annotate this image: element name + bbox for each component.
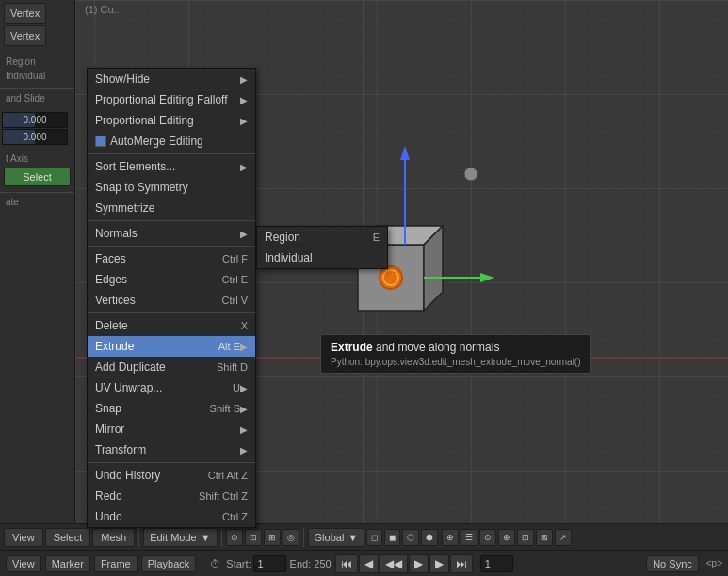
jump-start-btn[interactable]: ⏮ xyxy=(335,554,358,573)
tooltip: Extrude and move along normals Python: b… xyxy=(320,334,591,374)
menu-prop-editing[interactable]: Proportional Editing ▶ xyxy=(88,110,255,131)
play-controls: ⏮ ◀ ◀◀ ▶ ▶ ⏭ xyxy=(335,554,473,573)
extra-buttons: ⊕ ☰ ⊙ ⊕ ⊡ ⊠ ↗ xyxy=(442,529,572,546)
viewport-icon-1[interactable]: ⊙ xyxy=(226,529,243,546)
menu-transform[interactable]: Transform ▶ xyxy=(88,440,255,460)
start-frame-input[interactable] xyxy=(253,555,286,572)
menu-add-duplicate[interactable]: Add Duplicate Shift D xyxy=(88,357,255,377)
arrow-icon-snap: ▶ xyxy=(240,404,248,414)
extra-btn-5[interactable]: ⊡ xyxy=(517,529,534,546)
menu-faces[interactable]: Faces Ctrl F xyxy=(88,248,255,269)
play-reverse-btn[interactable]: ◀◀ xyxy=(380,554,408,573)
snap-shortcut: Shift S xyxy=(210,403,240,414)
redo-shortcut: Shift Ctrl Z xyxy=(199,490,248,502)
shade-btn-3[interactable]: ⬡ xyxy=(402,529,419,546)
select-menu-btn[interactable]: Select xyxy=(45,528,91,547)
extra-btn-3[interactable]: ⊙ xyxy=(479,529,496,546)
faces-shortcut: Ctrl F xyxy=(222,253,248,264)
extrude-shortcut: Alt E xyxy=(218,341,240,352)
left-panel: Vertex Vertex Region Individual and Slid… xyxy=(0,0,75,523)
arrow-icon-uv: ▶ xyxy=(240,383,248,393)
view-menu-btn[interactable]: View xyxy=(4,528,43,547)
global-arrow-icon: ▼ xyxy=(348,532,358,543)
menu-automerge[interactable]: AutoMerge Editing xyxy=(88,131,255,152)
menu-mirror[interactable]: Mirror ▶ xyxy=(88,419,255,440)
arrow-icon-transform: ▶ xyxy=(240,445,248,456)
play-btn[interactable]: ▶ xyxy=(409,554,429,573)
viewport-icon-3[interactable]: ⊞ xyxy=(264,529,281,546)
end-label: End: 250 xyxy=(290,558,332,569)
tooltip-highlight: Extrude xyxy=(331,341,373,354)
separator-h3 xyxy=(303,528,304,547)
menu-delete[interactable]: Delete X xyxy=(88,315,255,336)
undo-hist-shortcut: Ctrl Alt Z xyxy=(208,470,248,481)
prev-frame-btn[interactable]: ◀ xyxy=(359,554,379,573)
menu-extrude[interactable]: Extrude Alt E ▶ xyxy=(88,336,255,357)
menu-show-hide[interactable]: Show/Hide ▶ xyxy=(88,69,255,89)
mesh-menu-btn[interactable]: Mesh xyxy=(92,528,135,547)
shade-btn-1[interactable]: ◻ xyxy=(366,529,382,546)
automerge-checkbox xyxy=(95,136,106,147)
number-field-1[interactable]: 0.000 xyxy=(2,112,68,128)
tooltip-suffix: and move along normals xyxy=(373,341,500,354)
extra-btn-6[interactable]: ⊠ xyxy=(536,529,553,546)
tooltip-title: Extrude and move along normals xyxy=(331,341,581,354)
delete-shortcut: X xyxy=(241,320,248,331)
tooltip-python: Python: bpy.ops.view3d.edit_mesh_extrude… xyxy=(331,357,581,367)
arrow-icon-prop-falloff: ▶ xyxy=(240,95,248,105)
menu-sort-elements[interactable]: Sort Elements... ▶ xyxy=(88,156,255,177)
timeline-frame-btn[interactable]: Frame xyxy=(94,555,138,572)
menu-snap-symmetry[interactable]: Snap to Symmetry xyxy=(88,177,255,198)
submenu-individual[interactable]: Individual xyxy=(257,248,387,268)
vertex-button-2[interactable]: Vertex xyxy=(4,25,46,46)
start-frame-group: Start: xyxy=(226,555,285,572)
menu-vertices[interactable]: Vertices Ctrl V xyxy=(88,290,255,311)
uv-shortcut: U xyxy=(233,382,240,393)
tl-separator-1 xyxy=(202,555,202,572)
mode-label: Edit Mode xyxy=(150,532,197,543)
submenu-region[interactable]: Region E xyxy=(257,227,387,248)
shade-btn-2[interactable]: ◼ xyxy=(384,529,400,546)
viewport-icon-2[interactable]: ⊡ xyxy=(245,529,262,546)
next-frame-btn[interactable]: ▶ xyxy=(429,554,449,573)
select-button[interactable]: Select xyxy=(4,168,71,186)
arrow-icon-show-hide: ▶ xyxy=(240,74,248,85)
icon-buttons-group: ⊙ ⊡ ⊞ ◎ xyxy=(226,529,299,546)
global-dropdown[interactable]: Global ▼ xyxy=(308,528,365,547)
separator-4 xyxy=(88,312,255,313)
menu-undo-history[interactable]: Undo History Ctrl Alt Z xyxy=(88,465,255,486)
timeline-marker-btn[interactable]: Marker xyxy=(45,555,90,572)
separator-1 xyxy=(88,153,255,154)
vertex-button-1[interactable]: Vertex xyxy=(4,3,46,24)
menu-snap[interactable]: Snap Shift S ▶ xyxy=(88,398,255,419)
separator-3 xyxy=(88,246,255,247)
extra-btn-4[interactable]: ⊕ xyxy=(498,529,515,546)
timeline-icon: ⏱ xyxy=(210,558,220,569)
menu-redo[interactable]: Redo Shift Ctrl Z xyxy=(88,486,255,506)
menu-uv-unwrap[interactable]: UV Unwrap... U ▶ xyxy=(88,377,255,398)
menu-undo[interactable]: Undo Ctrl Z xyxy=(88,506,255,527)
menu-symmetrize[interactable]: Symmetrize xyxy=(88,198,255,218)
mode-dropdown[interactable]: Edit Mode ▼ xyxy=(143,528,217,547)
timeline-playback-btn[interactable]: Playback xyxy=(141,555,197,572)
python-indicator: <p> xyxy=(706,558,722,568)
extra-btn-7[interactable]: ↗ xyxy=(555,529,572,546)
menu-edges[interactable]: Edges Ctrl E xyxy=(88,269,255,290)
region-shortcut: E xyxy=(373,232,380,243)
extra-btn-1[interactable]: ⊕ xyxy=(442,529,459,546)
shade-buttons: ◻ ◼ ⬡ ⬢ xyxy=(366,529,438,546)
extrude-submenu: Region E Individual xyxy=(256,226,388,269)
viewport-icon-4[interactable]: ◎ xyxy=(283,529,299,546)
current-frame-input[interactable] xyxy=(480,555,513,572)
shade-btn-4[interactable]: ⬢ xyxy=(421,529,438,546)
number-field-2[interactable]: 0.000 xyxy=(2,129,68,145)
extra-btn-2[interactable]: ☰ xyxy=(461,529,477,546)
menu-prop-falloff[interactable]: Proportional Editing Falloff ▶ xyxy=(88,89,255,110)
timeline-bar: View Marker Frame Playback ⏱ Start: End:… xyxy=(0,550,728,576)
individual-label: Individual xyxy=(2,69,73,83)
menu-normals[interactable]: Normals ▶ xyxy=(88,223,255,244)
no-sync-btn[interactable]: No Sync xyxy=(646,555,699,572)
separator-2 xyxy=(88,220,255,221)
jump-end-btn[interactable]: ⏭ xyxy=(450,554,473,573)
timeline-view-btn[interactable]: View xyxy=(6,555,41,572)
